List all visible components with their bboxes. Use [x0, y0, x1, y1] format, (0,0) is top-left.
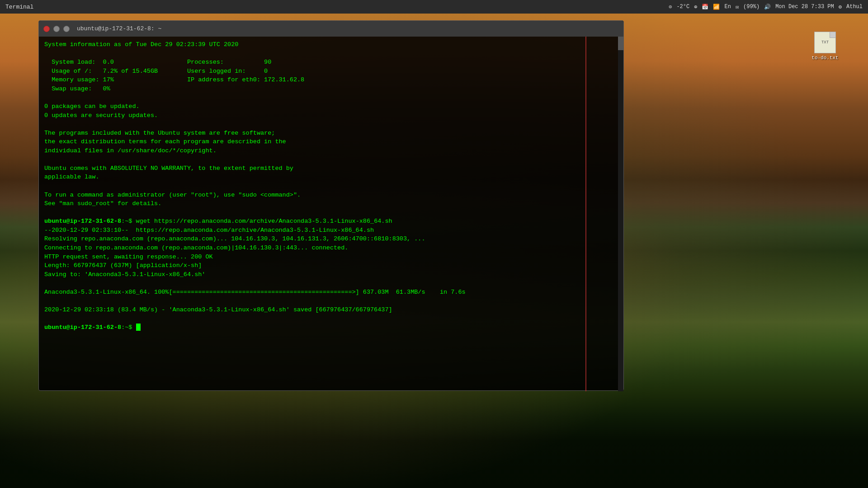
memory-label: Memory usage: 17% IP address for eth0: 1… [52, 76, 304, 83]
user-icon: ⚙ [839, 4, 842, 10]
system-bar: Terminal ⊙ -2°C ⊕ 📅 📶 En ✉ (99%) 🔊 Mon D… [0, 0, 868, 14]
terminal-window: ubuntu@ip-172-31-62-8: ~ System informat… [38, 20, 624, 391]
desktop-icon-label: to-do.txt [811, 55, 838, 61]
battery-icon: ⊙ [669, 4, 672, 10]
security-msg: 0 updates are security updates. [44, 112, 158, 119]
maximize-button[interactable] [63, 26, 70, 32]
final-prompt: ubuntu@ip-172-31-62-8:~$ [44, 324, 141, 331]
calendar-icon: 📅 [702, 4, 708, 10]
warranty-line1: Ubuntu comes with ABSOLUTELY NO WARRANTY… [44, 165, 293, 172]
email-icon: ✉ [736, 4, 739, 10]
sysinfo-line: System information as of Tue Dec 29 02:2… [44, 41, 238, 48]
app-name: Terminal [5, 4, 33, 10]
warranty-line2: applicable law. [44, 174, 99, 180]
license-line3: individual files in /usr/share/doc/*/cop… [44, 147, 217, 154]
usage-label: Usage of /: 7.2% of 15.45GB Users logged… [52, 68, 268, 75]
battery-level: (99%) [743, 4, 760, 10]
minimize-button[interactable] [53, 26, 60, 32]
sudo-line2: See "man sudo_root" for details. [44, 200, 161, 207]
file-icon: TXT [821, 40, 829, 45]
wget-date: --2020-12-29 02:33:10-- https://repo.ana… [44, 227, 374, 234]
saving-line: Saving to: 'Anaconda3-5.3.1-Linux-x86_64… [44, 271, 205, 278]
connecting-line: Connecting to repo.anaconda.com (repo.an… [44, 244, 348, 251]
lang-label: En [724, 4, 731, 10]
license-line1: The programs included with the Ubuntu sy… [44, 130, 275, 136]
volume-icon: 🔊 [764, 4, 771, 10]
http-request: HTTP request sent, awaiting response... … [44, 253, 213, 260]
system-bar-left: Terminal [5, 4, 33, 10]
desktop-icon-image: TXT [814, 32, 836, 53]
wget-cmd: ubuntu@ip-172-31-62-8:~$ wget https://re… [44, 218, 392, 225]
saved-msg: 2020-12-29 02:33:18 (83.4 MB/s) - 'Anaco… [44, 306, 392, 313]
progress-line: Anaconda3-5.3.1-Linux-x86_64. 100%[=====… [44, 289, 466, 296]
datetime-label: Mon Dec 28 7:33 PM [775, 4, 834, 10]
terminal-titlebar: ubuntu@ip-172-31-62-8: ~ [39, 21, 623, 37]
length-line: Length: 667976437 (637M) [application/x-… [44, 262, 202, 269]
sysload-label: System load: 0.0 Processes: 90 [52, 59, 271, 66]
resolving-line: Resolving repo.anaconda.com (repo.anacon… [44, 235, 425, 242]
terminal-title: ubuntu@ip-172-31-62-8: ~ [77, 25, 161, 32]
cursor [136, 324, 141, 331]
wifi-icon: 📶 [713, 4, 720, 10]
system-bar-right: ⊙ -2°C ⊕ 📅 📶 En ✉ (99%) 🔊 Mon Dec 28 7:3… [669, 4, 863, 10]
packages-msg: 0 packages can be updated. [44, 103, 140, 110]
swap-label: Swap usage: 0% [52, 85, 110, 92]
terminal-content[interactable]: System information as of Tue Dec 29 02:2… [39, 37, 623, 390]
close-button[interactable] [43, 26, 50, 32]
sudo-line1: To run a command as administrator (user … [44, 192, 301, 198]
network-icon: ⊕ [694, 4, 697, 10]
desktop-icon-todo[interactable]: TXT to-do.txt [809, 32, 841, 61]
temperature-label: -2°C [676, 4, 689, 10]
username-label: Athul [846, 4, 863, 10]
license-line2: the exact distribution terms for each pr… [44, 138, 286, 145]
terminal-output: System information as of Tue Dec 29 02:2… [44, 40, 618, 332]
desktop: TXT to-do.txt ubuntu@ip-172-31-62-8: ~ S… [0, 14, 868, 488]
